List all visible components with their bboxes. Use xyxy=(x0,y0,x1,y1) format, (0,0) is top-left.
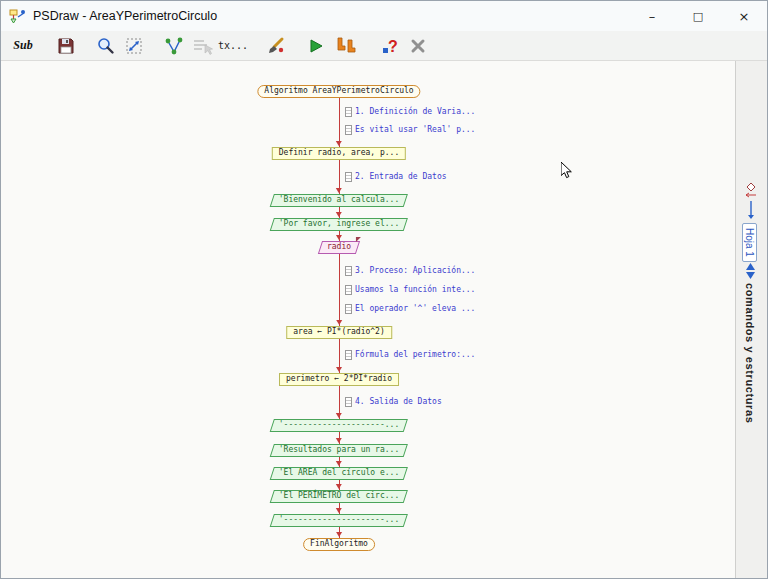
flow-node-terminal[interactable]: Algoritmo AreaYPerimetroCirculo xyxy=(257,85,420,98)
flow-node-label: '---------------------... xyxy=(272,419,406,432)
play-icon xyxy=(306,36,326,56)
comment-icon xyxy=(345,397,352,407)
comment-text: 3. Proceso: Aplicación... xyxy=(355,266,475,275)
close-button[interactable]: × xyxy=(721,1,767,31)
flow-node-comment[interactable]: 2. Entrada de Datos xyxy=(345,171,447,182)
flow-node-input[interactable]: radio xyxy=(320,241,358,254)
comment-icon xyxy=(345,304,352,314)
comment-icon xyxy=(345,125,352,135)
flow-node-process[interactable]: Definir radio, area, p... xyxy=(272,147,406,160)
flow-node-label: 'El AREA del círculo e... xyxy=(272,467,406,480)
titlebar: PSDraw - AreaYPerimetroCirculo – □ × xyxy=(1,1,767,31)
flow-node-label: FinAlgoritmo xyxy=(303,538,375,551)
commands-panel-tab[interactable]: comandos y estructuras xyxy=(744,283,756,423)
paint-button[interactable] xyxy=(263,33,289,59)
flow-node-comment[interactable]: Fórmula del perimetro:... xyxy=(345,349,475,360)
flow-node-process[interactable]: perimetro ← 2*PI*radio xyxy=(279,373,399,386)
comment-icon xyxy=(345,285,352,295)
steps-icon xyxy=(334,36,360,56)
flowchart-canvas[interactable]: Algoritmo AreaYPerimetroCirculo1. Defini… xyxy=(1,61,736,578)
step-run-button[interactable] xyxy=(331,33,363,59)
shapes-palette-tab[interactable] xyxy=(743,181,759,221)
flow-node-comment[interactable]: El operador '^' eleva ... xyxy=(345,303,475,314)
flow-node-label: '---------------------... xyxy=(272,514,406,527)
window-controls: – □ × xyxy=(629,1,767,31)
paint-brush-icon xyxy=(266,36,286,56)
flow-node-output[interactable]: 'Por favor, ingrese el... xyxy=(272,218,406,231)
help-icon: ? xyxy=(380,36,400,56)
window-title: PSDraw - AreaYPerimetroCirculo xyxy=(33,9,217,23)
app-icon xyxy=(9,8,26,25)
edit-lines-icon xyxy=(191,36,213,56)
toolbar: Sub xyxy=(1,31,767,61)
text-tool-button[interactable]: tx... xyxy=(217,33,249,59)
zoom-button[interactable] xyxy=(93,33,119,59)
save-icon xyxy=(56,36,76,56)
comment-text: Fórmula del perimetro:... xyxy=(355,350,475,359)
close-x-icon xyxy=(409,37,427,55)
comment-text: El operador '^' eleva ... xyxy=(355,304,475,313)
main-area: Algoritmo AreaYPerimetroCirculo1. Defini… xyxy=(1,61,767,578)
minimize-button[interactable]: – xyxy=(629,1,675,31)
text-tool-label: tx... xyxy=(218,40,248,51)
comment-text: 1. Definición de Varia... xyxy=(355,107,475,116)
flow-node-label: 'Resultados para un ra... xyxy=(272,444,406,457)
comment-text: 2. Entrada de Datos xyxy=(355,172,447,181)
flow-node-comment[interactable]: Es vital usar 'Real' p... xyxy=(345,124,475,135)
flow-node-comment[interactable]: 4. Salida de Datos xyxy=(345,396,442,407)
arrange-button[interactable] xyxy=(161,33,187,59)
flow-node-label: perimetro ← 2*PI*radio xyxy=(279,373,399,386)
subprocess-button[interactable]: Sub xyxy=(7,33,39,59)
comment-icon xyxy=(345,350,352,360)
subprocess-label: Sub xyxy=(13,38,32,53)
flow-node-label: 'Bienvenido al calcula... xyxy=(272,194,406,207)
arrange-icon xyxy=(163,36,185,56)
zoom-fit-button[interactable] xyxy=(121,33,147,59)
flow-node-comment[interactable]: 1. Definición de Varia... xyxy=(345,106,475,117)
svg-text:?: ? xyxy=(388,38,398,55)
run-button[interactable] xyxy=(303,33,329,59)
flow-node-comment[interactable]: Usamos la función inte... xyxy=(345,284,475,295)
zoom-fit-icon xyxy=(124,36,144,56)
help-button[interactable]: ? xyxy=(377,33,403,59)
flow-node-terminal[interactable]: FinAlgoritmo xyxy=(303,538,375,551)
comment-text: Es vital usar 'Real' p... xyxy=(355,125,475,134)
scroll-down-icon xyxy=(746,272,755,279)
flow-node-process[interactable]: area ← PI*(radio^2) xyxy=(286,326,392,339)
flow-node-label: Definir radio, area, p... xyxy=(272,147,406,160)
comment-text: Usamos la función inte... xyxy=(355,285,475,294)
sheet-scroll-arrows[interactable] xyxy=(746,263,755,279)
edit-lines-button-disabled[interactable] xyxy=(189,33,215,59)
scroll-up-icon xyxy=(746,263,755,270)
flow-node-output[interactable]: 'El PERÍMETRO del circ... xyxy=(272,490,406,503)
sheet-tab-hoja1[interactable]: Hoja 1 xyxy=(742,223,757,262)
flow-node-output[interactable]: 'El AREA del círculo e... xyxy=(272,467,406,480)
flow-node-label: 'El PERÍMETRO del circ... xyxy=(272,490,406,503)
psdraw-window: PSDraw - AreaYPerimetroCirculo – □ × Sub xyxy=(0,0,768,579)
zoom-icon xyxy=(96,36,116,56)
mouse-cursor xyxy=(561,162,574,180)
flow-node-output[interactable]: '---------------------... xyxy=(272,419,406,432)
comment-icon xyxy=(345,107,352,117)
close-tool-button[interactable] xyxy=(405,33,431,59)
right-panel: Hoja 1 comandos y estructuras xyxy=(736,61,767,578)
flow-node-output[interactable]: 'Resultados para un ra... xyxy=(272,444,406,457)
save-button[interactable] xyxy=(53,33,79,59)
flow-node-label: radio xyxy=(320,241,358,254)
flow-node-comment[interactable]: 3. Proceso: Aplicación... xyxy=(345,265,475,276)
comment-icon xyxy=(345,172,352,182)
maximize-button[interactable]: □ xyxy=(675,1,721,31)
flow-node-label: Algoritmo AreaYPerimetroCirculo xyxy=(257,85,420,98)
comment-text: 4. Salida de Datos xyxy=(355,397,442,406)
flow-node-label: 'Por favor, ingrese el... xyxy=(272,218,406,231)
flow-node-output[interactable]: '---------------------... xyxy=(272,514,406,527)
flow-node-label: area ← PI*(radio^2) xyxy=(286,326,392,339)
comment-icon xyxy=(345,266,352,276)
flow-node-output[interactable]: 'Bienvenido al calcula... xyxy=(272,194,406,207)
